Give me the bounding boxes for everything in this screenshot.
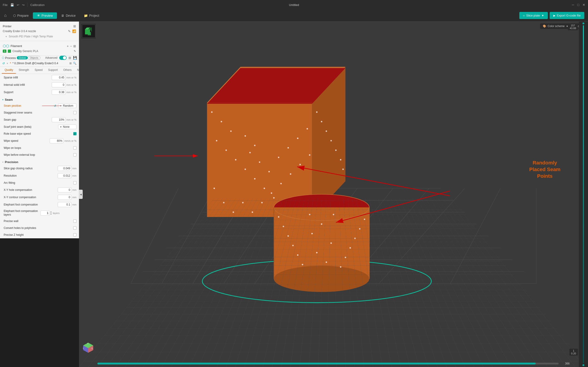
process-save-icon[interactable]: 💾 <box>73 56 77 60</box>
tab-quality[interactable]: Quality <box>2 67 16 74</box>
filament-section: ⬡⬡ Filament + − ⊞ 1 Creality Generic PLA <box>0 41 79 56</box>
layer-progress-bar[interactable]: 366 <box>97 362 570 365</box>
slice-dropdown-arrow[interactable]: ▼ <box>541 14 544 17</box>
filament-name[interactable]: Creality Generic PLA <box>12 50 38 53</box>
printer-wifi-icon[interactable]: 📶 <box>72 29 76 33</box>
wipe-speed-input[interactable] <box>50 138 63 143</box>
profile-dropdown-arrow[interactable]: ▼ <box>6 62 9 65</box>
precise-z-height-label: Precise Z height <box>4 233 73 236</box>
role-base-wipe-speed-checkbox[interactable]: ✓ <box>73 132 77 135</box>
objects-tag[interactable]: Objects <box>28 56 40 60</box>
printer-edit-icon[interactable]: ✎ <box>68 29 71 33</box>
export-gcode-button[interactable]: ▶ Export G-code file <box>550 12 584 19</box>
profile-refresh-icon[interactable]: ↺ <box>2 62 5 65</box>
close-button[interactable]: ✕ <box>582 3 585 7</box>
staggered-inner-seams-checkbox[interactable] <box>73 111 77 114</box>
filament-remove-icon[interactable]: − <box>70 44 72 48</box>
prepare-tab[interactable]: ⬡ Prepare <box>9 12 33 19</box>
profile-name[interactable]: * 0.28mm Draft @Creality Ender3 0.4 <box>12 62 68 65</box>
setting-row-internal-solid-infill: Internal solid infill mm or % <box>0 81 79 89</box>
device-tab[interactable]: 🖥 Device <box>57 12 80 19</box>
setting-row-support: Support mm or % <box>0 89 79 96</box>
setting-row-resolution: Resolution mm <box>0 172 79 179</box>
slice-gap-closing-radius-input[interactable] <box>58 166 71 171</box>
minimize-button[interactable]: ─ <box>572 3 574 7</box>
sparse-infill-input[interactable] <box>52 75 65 80</box>
redo-icon[interactable]: ↪ <box>22 3 25 7</box>
viewport[interactable]: 🎨 Color scheme ▼ Line Type Randomly Plac… <box>79 22 588 367</box>
tab-speed[interactable]: Speed <box>32 67 45 74</box>
svg-point-55 <box>268 171 270 172</box>
sidebar-collapse-button[interactable]: ◀ <box>79 190 83 199</box>
scarf-joint-dropdown[interactable]: ▼ None <box>58 125 77 129</box>
elephant-foot-compensation-label: Elephant foot compensation <box>4 203 58 206</box>
staggered-inner-seams-label: Staggered inner seams <box>4 111 73 114</box>
xy-contour-compensation-input[interactable] <box>58 195 71 200</box>
setting-row-elephant-foot-compensation: Elephant foot compensation mm <box>0 201 79 208</box>
spinner-up-icon[interactable]: ▲ <box>50 211 52 213</box>
precision-group-header: ▪ Precision <box>0 158 79 165</box>
filament-add-icon[interactable]: + <box>67 44 69 48</box>
resolution-unit: mm <box>72 174 77 177</box>
filament-settings-icon[interactable]: ⊞ <box>73 44 76 48</box>
seam-position-reset-icon[interactable]: ↺ <box>54 104 56 108</box>
tab-others[interactable]: Others <box>61 67 74 74</box>
arc-fitting-label: Arc fitting <box>4 181 73 184</box>
precise-z-height-checkbox[interactable] <box>73 233 77 236</box>
slice-plate-button[interactable]: ⟐ Slice plate ▼ <box>519 12 548 19</box>
bed-type-text[interactable]: Smooth PEI Plate / High Temp Plate <box>9 35 53 38</box>
wipe-before-external-loop-label: Wipe before external loop <box>4 153 73 156</box>
arc-fitting-checkbox[interactable] <box>73 181 77 184</box>
profile-search-icon[interactable]: 🔍 <box>73 62 77 65</box>
convert-holes-to-polyholes-checkbox[interactable] <box>73 226 77 230</box>
printer-name[interactable]: Creality Ender-3 0.4 nozzle <box>3 30 36 33</box>
settings-scroll-area: Sparse infill mm or % Internal solid inf… <box>0 74 79 238</box>
process-header: ⬡ Process Global Objects Advanced ⊞ 💾 <box>0 56 79 60</box>
project-tab[interactable]: 📁 Project <box>80 12 103 19</box>
thumbnail-item[interactable] <box>82 25 95 38</box>
svg-rect-93 <box>88 32 91 35</box>
resolution-input[interactable] <box>58 173 71 178</box>
slice-gap-closing-radius-label: Slice gap closing radius <box>4 167 58 170</box>
seam-gap-input[interactable] <box>52 117 65 122</box>
thumbnail-panel <box>81 23 96 39</box>
advanced-toggle[interactable] <box>59 56 67 60</box>
xy-hole-compensation-input[interactable] <box>58 187 71 192</box>
spinner-down-icon[interactable]: ▼ <box>50 213 52 215</box>
window-title: Untitled <box>289 3 299 7</box>
tab-notes[interactable]: Notes <box>74 67 79 74</box>
setting-row-scarf-joint-seam: Scarf joint seam (beta) ▼ None <box>0 123 79 130</box>
filament-edit-icon[interactable]: ✎ <box>74 50 76 53</box>
axis-cube[interactable]: Y X Z <box>81 341 95 356</box>
home-button[interactable]: ⌂ <box>2 12 9 19</box>
seam-group-header: ▪ Seam <box>0 96 79 102</box>
support-input[interactable] <box>52 90 65 95</box>
elephant-foot-layers-input[interactable] <box>40 211 50 216</box>
layer-scale-bar[interactable] <box>579 22 588 367</box>
undo-icon[interactable]: ↩ <box>17 3 19 7</box>
wipe-before-external-loop-checkbox[interactable] <box>73 153 77 156</box>
file-menu[interactable]: File <box>3 3 8 7</box>
maximize-button[interactable]: □ <box>578 3 579 7</box>
printer-settings-icon[interactable]: ⊞ <box>73 24 76 28</box>
profile-copy-icon[interactable]: ⊞ <box>69 62 72 65</box>
global-tag[interactable]: Global <box>17 56 28 59</box>
wipe-on-loops-checkbox[interactable] <box>73 146 77 150</box>
settings-tabs: Quality Strength Speed Support Others No… <box>0 67 79 74</box>
svg-point-29 <box>230 131 232 132</box>
profile-row: ↺ ▼ * * 0.28mm Draft @Creality Ender3 0.… <box>0 60 79 67</box>
internal-solid-infill-input[interactable] <box>52 82 65 87</box>
process-copy-icon[interactable]: ⊞ <box>69 56 71 60</box>
save-icon[interactable]: 💾 <box>10 3 14 7</box>
tab-support[interactable]: Support <box>45 67 61 74</box>
tab-strength[interactable]: Strength <box>16 67 32 74</box>
precise-wall-checkbox[interactable] <box>73 219 77 223</box>
preview-tab[interactable]: 👁 Preview <box>33 12 57 19</box>
setting-row-role-base-wipe-speed: Role base wipe speed ✓ <box>0 130 79 137</box>
elephant-foot-compensation-input[interactable] <box>58 202 71 207</box>
internal-solid-infill-label: Internal solid infill <box>4 83 52 86</box>
setting-row-wipe-before-external-loop: Wipe before external loop <box>0 151 79 158</box>
calibration-menu[interactable]: Calibration <box>30 3 44 7</box>
seam-position-dropdown[interactable]: ▼ Random <box>58 103 77 108</box>
filament-icon: ⬡⬡ <box>3 44 9 48</box>
